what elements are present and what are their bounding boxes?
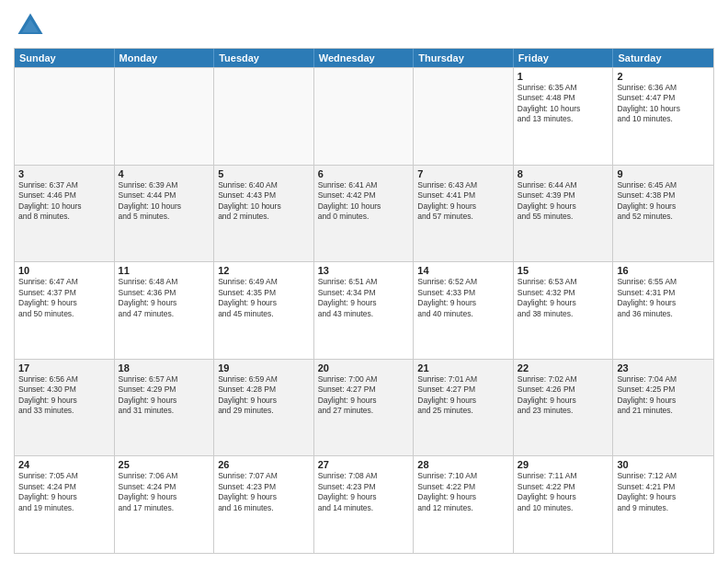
header-day-wednesday: Wednesday <box>314 49 415 67</box>
header-day-thursday: Thursday <box>414 49 514 67</box>
calendar-cell-27: 27Sunrise: 7:08 AM Sunset: 4:23 PM Dayli… <box>314 456 415 553</box>
day-number: 18 <box>119 362 210 373</box>
day-number: 24 <box>18 459 110 470</box>
logo-icon <box>14 9 47 42</box>
calendar-cell-23: 23Sunrise: 7:04 AM Sunset: 4:25 PM Dayli… <box>613 360 713 456</box>
calendar-cell-29: 29Sunrise: 7:11 AM Sunset: 4:22 PM Dayli… <box>514 456 614 553</box>
day-info: Sunrise: 6:56 AM Sunset: 4:30 PM Dayligh… <box>18 374 110 417</box>
page: SundayMondayTuesdayWednesdayThursdayFrid… <box>0 0 728 563</box>
day-info: Sunrise: 6:39 AM Sunset: 4:44 PM Dayligh… <box>119 180 210 223</box>
day-info: Sunrise: 7:08 AM Sunset: 4:23 PM Dayligh… <box>318 471 410 513</box>
calendar-row-4: 24Sunrise: 7:05 AM Sunset: 4:24 PM Dayli… <box>15 455 713 553</box>
calendar-body: 1Sunrise: 6:35 AM Sunset: 4:48 PM Daylig… <box>15 67 713 553</box>
calendar-cell-14: 14Sunrise: 6:52 AM Sunset: 4:33 PM Dayli… <box>414 262 514 359</box>
calendar-cell-16: 16Sunrise: 6:55 AM Sunset: 4:31 PM Dayli… <box>613 262 713 359</box>
day-info: Sunrise: 6:48 AM Sunset: 4:36 PM Dayligh… <box>119 277 210 319</box>
calendar-cell-21: 21Sunrise: 7:01 AM Sunset: 4:27 PM Dayli… <box>414 360 514 456</box>
day-number: 4 <box>119 168 210 179</box>
calendar-cell-26: 26Sunrise: 7:07 AM Sunset: 4:23 PM Dayli… <box>214 456 314 553</box>
calendar-row-2: 10Sunrise: 6:47 AM Sunset: 4:37 PM Dayli… <box>15 261 713 359</box>
day-info: Sunrise: 6:51 AM Sunset: 4:34 PM Dayligh… <box>318 277 410 319</box>
calendar-cell-30: 30Sunrise: 7:12 AM Sunset: 4:21 PM Dayli… <box>613 456 713 553</box>
day-number: 25 <box>119 459 210 470</box>
day-number: 7 <box>417 168 509 179</box>
header-day-friday: Friday <box>514 49 614 67</box>
day-info: Sunrise: 6:36 AM Sunset: 4:47 PM Dayligh… <box>617 83 710 125</box>
day-number: 15 <box>518 265 609 276</box>
day-info: Sunrise: 6:35 AM Sunset: 4:48 PM Dayligh… <box>518 83 609 125</box>
day-info: Sunrise: 7:01 AM Sunset: 4:27 PM Dayligh… <box>417 374 509 417</box>
calendar-cell-5: 5Sunrise: 6:40 AM Sunset: 4:43 PM Daylig… <box>214 166 314 262</box>
day-info: Sunrise: 6:40 AM Sunset: 4:43 PM Dayligh… <box>218 180 310 223</box>
day-number: 19 <box>218 362 310 373</box>
day-number: 3 <box>18 168 110 179</box>
day-number: 16 <box>617 265 710 276</box>
day-number: 22 <box>518 362 609 373</box>
day-info: Sunrise: 7:00 AM Sunset: 4:27 PM Dayligh… <box>318 374 410 417</box>
day-info: Sunrise: 6:59 AM Sunset: 4:28 PM Dayligh… <box>218 374 310 417</box>
day-number: 11 <box>119 265 210 276</box>
day-number: 13 <box>318 265 410 276</box>
calendar: SundayMondayTuesdayWednesdayThursdayFrid… <box>14 48 714 554</box>
day-info: Sunrise: 6:49 AM Sunset: 4:35 PM Dayligh… <box>218 277 310 319</box>
day-info: Sunrise: 7:07 AM Sunset: 4:23 PM Dayligh… <box>218 471 310 513</box>
day-info: Sunrise: 7:02 AM Sunset: 4:26 PM Dayligh… <box>518 374 609 417</box>
day-number: 2 <box>617 71 710 82</box>
calendar-cell-7: 7Sunrise: 6:43 AM Sunset: 4:41 PM Daylig… <box>414 166 514 262</box>
calendar-cell-13: 13Sunrise: 6:51 AM Sunset: 4:34 PM Dayli… <box>314 262 415 359</box>
day-number: 9 <box>617 168 710 179</box>
day-info: Sunrise: 6:45 AM Sunset: 4:38 PM Dayligh… <box>617 180 710 223</box>
day-info: Sunrise: 6:57 AM Sunset: 4:29 PM Dayligh… <box>119 374 210 417</box>
day-number: 10 <box>18 265 110 276</box>
header-day-tuesday: Tuesday <box>214 49 314 67</box>
day-info: Sunrise: 6:47 AM Sunset: 4:37 PM Dayligh… <box>18 277 110 319</box>
day-info: Sunrise: 6:43 AM Sunset: 4:41 PM Dayligh… <box>417 180 509 223</box>
day-info: Sunrise: 7:06 AM Sunset: 4:24 PM Dayligh… <box>119 471 210 513</box>
calendar-row-3: 17Sunrise: 6:56 AM Sunset: 4:30 PM Dayli… <box>15 359 713 456</box>
day-info: Sunrise: 6:41 AM Sunset: 4:42 PM Dayligh… <box>318 180 410 223</box>
calendar-cell-empty-0-2 <box>214 68 314 165</box>
day-number: 8 <box>518 168 609 179</box>
day-number: 14 <box>417 265 509 276</box>
header-day-saturday: Saturday <box>613 49 713 67</box>
calendar-cell-1: 1Sunrise: 6:35 AM Sunset: 4:48 PM Daylig… <box>514 68 614 165</box>
day-info: Sunrise: 6:52 AM Sunset: 4:33 PM Dayligh… <box>417 277 509 319</box>
day-info: Sunrise: 7:12 AM Sunset: 4:21 PM Dayligh… <box>617 471 710 513</box>
calendar-cell-10: 10Sunrise: 6:47 AM Sunset: 4:37 PM Dayli… <box>15 262 115 359</box>
day-number: 26 <box>218 459 310 470</box>
calendar-cell-17: 17Sunrise: 6:56 AM Sunset: 4:30 PM Dayli… <box>15 360 115 456</box>
calendar-cell-25: 25Sunrise: 7:06 AM Sunset: 4:24 PM Dayli… <box>115 456 215 553</box>
calendar-cell-15: 15Sunrise: 6:53 AM Sunset: 4:32 PM Dayli… <box>514 262 614 359</box>
calendar-cell-12: 12Sunrise: 6:49 AM Sunset: 4:35 PM Dayli… <box>214 262 314 359</box>
calendar-cell-4: 4Sunrise: 6:39 AM Sunset: 4:44 PM Daylig… <box>115 166 215 262</box>
logo <box>14 9 51 42</box>
calendar-cell-19: 19Sunrise: 6:59 AM Sunset: 4:28 PM Dayli… <box>214 360 314 456</box>
day-number: 21 <box>417 362 509 373</box>
calendar-cell-empty-0-0 <box>15 68 115 165</box>
calendar-cell-28: 28Sunrise: 7:10 AM Sunset: 4:22 PM Dayli… <box>414 456 514 553</box>
calendar-cell-8: 8Sunrise: 6:44 AM Sunset: 4:39 PM Daylig… <box>514 166 614 262</box>
calendar-cell-9: 9Sunrise: 6:45 AM Sunset: 4:38 PM Daylig… <box>613 166 713 262</box>
calendar-cell-empty-0-4 <box>414 68 514 165</box>
day-number: 12 <box>218 265 310 276</box>
calendar-cell-3: 3Sunrise: 6:37 AM Sunset: 4:46 PM Daylig… <box>15 166 115 262</box>
calendar-row-1: 3Sunrise: 6:37 AM Sunset: 4:46 PM Daylig… <box>15 165 713 262</box>
day-number: 6 <box>318 168 410 179</box>
header-day-sunday: Sunday <box>15 49 115 67</box>
day-info: Sunrise: 7:10 AM Sunset: 4:22 PM Dayligh… <box>417 471 509 513</box>
day-info: Sunrise: 6:44 AM Sunset: 4:39 PM Dayligh… <box>518 180 609 223</box>
calendar-cell-2: 2Sunrise: 6:36 AM Sunset: 4:47 PM Daylig… <box>613 68 713 165</box>
day-number: 28 <box>417 459 509 470</box>
day-number: 23 <box>617 362 710 373</box>
day-info: Sunrise: 7:11 AM Sunset: 4:22 PM Dayligh… <box>518 471 609 513</box>
calendar-cell-6: 6Sunrise: 6:41 AM Sunset: 4:42 PM Daylig… <box>314 166 415 262</box>
day-number: 30 <box>617 459 710 470</box>
day-number: 17 <box>18 362 110 373</box>
day-info: Sunrise: 7:05 AM Sunset: 4:24 PM Dayligh… <box>18 471 110 513</box>
calendar-cell-11: 11Sunrise: 6:48 AM Sunset: 4:36 PM Dayli… <box>115 262 215 359</box>
day-info: Sunrise: 6:37 AM Sunset: 4:46 PM Dayligh… <box>18 180 110 223</box>
day-number: 27 <box>318 459 410 470</box>
day-number: 5 <box>218 168 310 179</box>
calendar-row-0: 1Sunrise: 6:35 AM Sunset: 4:48 PM Daylig… <box>15 67 713 165</box>
day-number: 29 <box>518 459 609 470</box>
